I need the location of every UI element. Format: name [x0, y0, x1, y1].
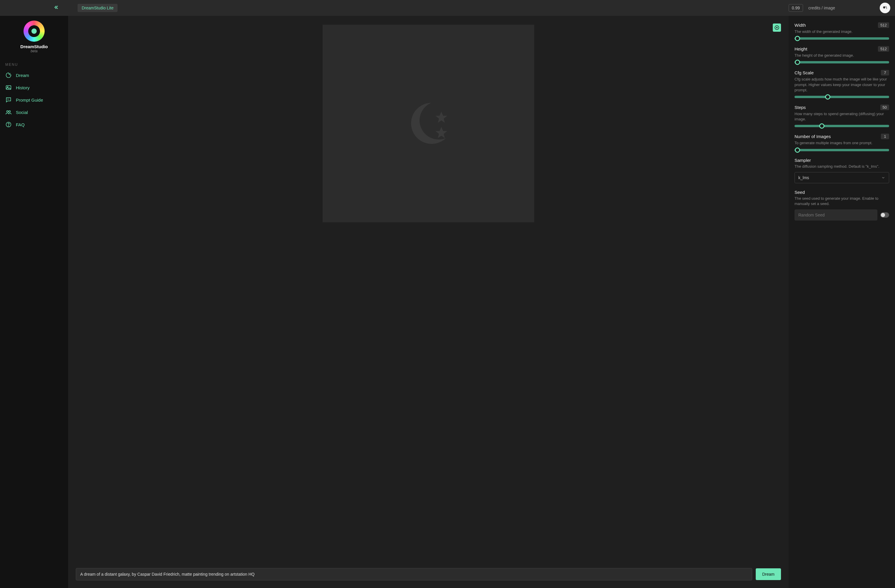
- lite-badge[interactable]: DreamStudio Lite: [77, 4, 118, 12]
- sidebar-item-label: Prompt Guide: [16, 97, 43, 103]
- height-slider[interactable]: [795, 61, 889, 64]
- sidebar-collapse-button[interactable]: [52, 3, 62, 13]
- setting-desc: To generate multiple images from one pro…: [795, 140, 889, 145]
- sidebar-item-label: History: [16, 85, 30, 90]
- sidebar-item-label: Dream: [16, 73, 29, 78]
- app-title: DreamStudio: [0, 44, 68, 49]
- setting-title: Sampler: [795, 158, 811, 163]
- logo-icon: [24, 21, 45, 42]
- setting-title: Number of Images: [795, 134, 831, 139]
- avatar[interactable]: [880, 3, 890, 13]
- setting-cfg: Cfg Scale 7 Cfg scale adjusts how much t…: [795, 70, 889, 98]
- help-circle-icon: [5, 121, 12, 128]
- sidebar-item-label: Social: [16, 110, 28, 115]
- sidebar-item-faq[interactable]: FAQ: [0, 118, 68, 131]
- topbar: DreamStudio Lite 0.99 credits / image: [0, 0, 895, 16]
- close-canvas-button[interactable]: [773, 23, 781, 32]
- svg-point-4: [9, 111, 10, 112]
- svg-point-3: [7, 111, 8, 112]
- credits-label: credits / image: [809, 6, 835, 10]
- sampler-select[interactable]: k_lms: [795, 172, 889, 183]
- logo-block: DreamStudio beta: [0, 20, 68, 58]
- width-slider[interactable]: [795, 37, 889, 39]
- sidebar-item-label: FAQ: [16, 122, 25, 127]
- credits-value: 0.99: [789, 4, 803, 12]
- moon-plus-icon: [5, 72, 12, 79]
- seed-input[interactable]: [795, 209, 877, 221]
- prompt-input[interactable]: [76, 568, 752, 580]
- setting-sampler: Sampler The diffusion sampling method. D…: [795, 158, 889, 183]
- setting-seed: Seed The seed used to generate your imag…: [795, 190, 889, 221]
- sidebar: DreamStudio beta MENU Dream History Prom…: [0, 16, 68, 588]
- setting-width: Width 512 The width of the generated ima…: [795, 22, 889, 39]
- setting-height: Height 512 The height of the generated i…: [795, 46, 889, 64]
- avatar-icon: [882, 5, 888, 11]
- setting-value: 512: [878, 22, 889, 28]
- steps-slider[interactable]: [795, 125, 889, 127]
- seed-toggle[interactable]: [880, 212, 889, 218]
- sidebar-item-dream[interactable]: Dream: [0, 69, 68, 81]
- setting-title: Steps: [795, 105, 806, 110]
- chat-quote-icon: [5, 97, 12, 103]
- sampler-selected: k_lms: [798, 175, 809, 180]
- svg-point-6: [8, 126, 9, 126]
- moon-stars-placeholder-icon: [399, 94, 458, 153]
- setting-desc: The diffusion sampling method. Default i…: [795, 164, 889, 169]
- cfg-slider[interactable]: [795, 96, 889, 98]
- sidebar-item-prompt-guide[interactable]: Prompt Guide: [0, 94, 68, 106]
- setting-title: Height: [795, 46, 807, 52]
- svg-point-0: [883, 6, 885, 9]
- svg-marker-9: [435, 127, 447, 138]
- setting-title: Width: [795, 23, 806, 27]
- setting-desc: The seed used to generate your image. En…: [795, 196, 889, 206]
- svg-marker-8: [435, 112, 447, 123]
- close-circle-icon: [774, 25, 780, 30]
- setting-title: Seed: [795, 190, 805, 195]
- image-icon: [5, 84, 12, 91]
- setting-value: 50: [880, 105, 889, 110]
- app-subtitle: beta: [0, 49, 68, 53]
- users-icon: [5, 109, 12, 115]
- setting-desc: How many steps to spend generating (diff…: [795, 111, 889, 122]
- setting-num-images: Number of Images 1 To generate multiple …: [795, 133, 889, 151]
- sidebar-item-history[interactable]: History: [0, 81, 68, 94]
- setting-value: 512: [878, 46, 889, 52]
- menu-header: MENU: [0, 58, 68, 69]
- setting-title: Cfg Scale: [795, 70, 814, 75]
- setting-desc: Cfg scale adjusts how much the image wil…: [795, 77, 889, 93]
- setting-steps: Steps 50 How many steps to spend generat…: [795, 105, 889, 127]
- dream-button[interactable]: Dream: [756, 568, 781, 580]
- center-column: Dream: [68, 16, 789, 588]
- setting-desc: The width of the generated image.: [795, 29, 889, 34]
- chevron-down-icon: [881, 176, 885, 180]
- settings-panel: Width 512 The width of the generated ima…: [789, 16, 895, 588]
- setting-value: 7: [881, 70, 889, 76]
- num-images-slider[interactable]: [795, 149, 889, 151]
- preview-canvas: [323, 25, 534, 222]
- setting-desc: The height of the generated image.: [795, 53, 889, 58]
- setting-value: 1: [881, 133, 889, 139]
- sidebar-item-social[interactable]: Social: [0, 106, 68, 118]
